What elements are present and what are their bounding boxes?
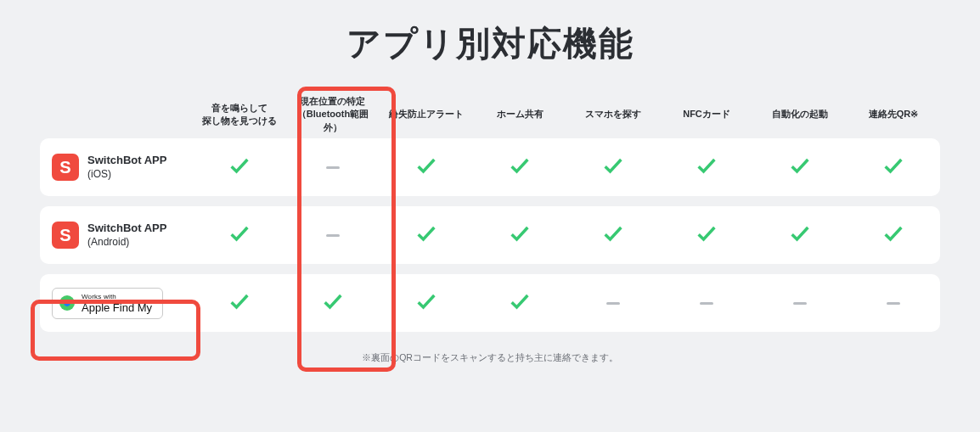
apple-findmy-badge: Works withApple Find My xyxy=(52,288,163,319)
app-sub: (iOS) xyxy=(87,168,166,181)
feature-cell xyxy=(193,206,286,264)
check-icon xyxy=(788,222,812,249)
column-header: 現在位置の特定 （Bluetooth範囲 外） xyxy=(286,91,380,138)
app-name: SwitchBot APP xyxy=(87,154,166,167)
check-icon xyxy=(695,222,718,249)
check-icon xyxy=(414,222,438,249)
check-icon xyxy=(228,154,251,181)
column-header: スマホを探す xyxy=(566,91,660,138)
dash-icon xyxy=(326,234,340,237)
feature-cell xyxy=(847,274,940,332)
feature-cell xyxy=(380,206,473,264)
findmy-icon xyxy=(59,295,75,311)
feature-cell xyxy=(286,274,380,332)
app-cell: SSwitchBot APP(Android) xyxy=(40,206,193,264)
comparison-table: 音を鳴らして 探し物を見つける現在位置の特定 （Bluetooth範囲 外）紛失… xyxy=(40,91,940,342)
app-name: SwitchBot APP xyxy=(87,222,166,235)
feature-cell xyxy=(473,138,566,196)
column-header-empty xyxy=(40,91,193,138)
column-header: 連絡先QR※ xyxy=(847,91,940,138)
findmy-main-label: Apple Find My xyxy=(82,302,152,313)
app-label: SwitchBot APP(Android) xyxy=(87,222,166,248)
check-icon xyxy=(508,222,532,249)
feature-cell xyxy=(660,138,753,196)
feature-cell xyxy=(566,206,660,264)
app-sub: (Android) xyxy=(87,236,166,249)
dash-icon xyxy=(326,166,340,169)
feature-cell xyxy=(660,274,753,332)
check-icon xyxy=(695,154,718,181)
column-header: 音を鳴らして 探し物を見つける xyxy=(193,91,286,138)
dash-icon xyxy=(606,302,620,305)
feature-cell xyxy=(380,274,473,332)
page-title: アプリ別対応機能 xyxy=(0,0,980,67)
check-icon xyxy=(601,222,625,249)
feature-cell xyxy=(566,138,660,196)
feature-cell xyxy=(473,274,566,332)
dash-icon xyxy=(793,302,807,305)
check-icon xyxy=(414,154,438,181)
feature-cell xyxy=(753,206,847,264)
dash-icon xyxy=(700,302,713,305)
findmy-text: Works withApple Find My xyxy=(82,294,152,313)
feature-cell xyxy=(286,138,380,196)
feature-cell xyxy=(566,274,660,332)
icon-letter: S xyxy=(59,226,70,245)
app-cell: SSwitchBot APP(iOS) xyxy=(40,138,193,196)
feature-cell xyxy=(847,206,940,264)
dash-icon xyxy=(887,302,900,305)
feature-cell xyxy=(193,138,286,196)
column-header: 紛失防止アラート xyxy=(380,91,473,138)
switchbot-app-icon: S xyxy=(52,222,79,249)
check-icon xyxy=(508,154,532,181)
app-label: SwitchBot APP(iOS) xyxy=(87,154,166,180)
feature-cell xyxy=(753,138,847,196)
column-header: NFCカード xyxy=(660,91,753,138)
feature-cell xyxy=(473,206,566,264)
feature-cell xyxy=(660,206,753,264)
check-icon xyxy=(601,154,625,181)
check-icon xyxy=(881,154,905,181)
icon-letter: S xyxy=(59,158,70,177)
check-icon xyxy=(881,222,905,249)
check-icon xyxy=(228,222,251,249)
feature-cell xyxy=(193,274,286,332)
column-header: 自動化の起動 xyxy=(753,91,847,138)
feature-cell xyxy=(753,274,847,332)
check-icon xyxy=(788,154,812,181)
feature-cell xyxy=(380,138,473,196)
switchbot-app-icon: S xyxy=(52,154,79,181)
check-icon xyxy=(414,289,438,317)
check-icon xyxy=(228,289,251,317)
feature-cell xyxy=(286,206,380,264)
column-header: ホーム共有 xyxy=(473,91,566,138)
check-icon xyxy=(321,289,345,317)
check-icon xyxy=(508,289,532,317)
findmy-works-label: Works with xyxy=(82,294,152,300)
feature-cell xyxy=(847,138,940,196)
app-cell: Works withApple Find My xyxy=(40,274,193,332)
footnote: ※裏面のQRコードをスキャンすると持ち主に連絡できます。 xyxy=(0,352,980,364)
